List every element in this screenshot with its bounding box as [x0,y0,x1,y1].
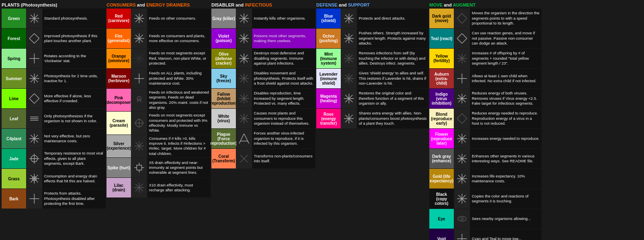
desc-green: Standard photosynthesis. [42,9,106,28]
plants-header: PLANTS (Photosynthesis) [2,2,106,8]
desc-blond: Reduces energy needed to reproduce. Repr… [470,109,542,128]
desc-mint: Removes infections from self (by touchin… [357,49,429,68]
icon-violet [236,29,252,48]
desc-bark: Protects from attacks. Photosynthesis di… [42,189,106,209]
desc-rose: Shares extra energy with allies. Non-pla… [357,109,429,128]
table-row: Olive (defense cracker) Destroys most de… [211,49,315,68]
color-green: Green [2,9,26,28]
desc-black: Copies the color and reactions of segmen… [470,189,542,209]
desc-dark-gold: Moves the organism in the direction the … [470,9,542,28]
desc-void: Cyan and Teal to move tow... [470,229,542,240]
color-pink: Pink (decomposer) [107,89,131,111]
table-row: Lilac (drain) X10 drain effectivity, mus… [107,178,211,197]
icon-white [236,109,252,128]
color-red: Red (carnivore) [107,9,131,28]
table-row: Spring Rotates according to the 'clockwi… [2,49,106,68]
table-row: Gold (life expectancy) Increases life ex… [429,169,542,188]
desc-olive: Destroys most defensive and disabling se… [252,49,315,68]
desc-spring: Rotates according to the 'clockwise' sta… [42,49,106,68]
icon-dark-gold [454,9,470,28]
desc-teal: Can use reaction genes, and move if not … [470,29,542,48]
table-row: Plague (Force reproduction) Forces anoth… [211,129,315,148]
icon-magenta [341,89,357,108]
svg-line-7 [29,34,34,38]
svg-line-15 [34,99,39,103]
table-row: Black (copy colors) Copies the color and… [429,189,542,209]
desc-grass: Consumption and energy drain effects tha… [42,169,106,188]
color-bark: Bark [2,189,26,209]
desc-blue: Protects and direct attacks. [357,9,429,28]
svg-line-139 [462,114,467,119]
icon-auburn [454,69,470,88]
color-violet: Violet (poison) [211,29,236,48]
color-spring: Spring [2,49,26,68]
svg-line-126 [462,38,467,43]
color-flower: Flower (reproduce later) [429,129,454,148]
desc-plague: Forces another virus-infected organism t… [252,129,315,148]
icon-c4plant [27,129,42,148]
color-cream: Cream (parasite) [107,112,131,134]
svg-line-16 [29,99,34,103]
table-row: Dark gold (move) Moves the organism in t… [429,9,542,28]
color-dark-gold: Dark gold (move) [429,9,454,28]
icon-dark-gray [454,149,470,168]
desc-eye: Sees nearby organisms allowing... [470,209,542,229]
icon-green [27,9,42,28]
desc-magenta: Restores the original color and therefor… [357,89,429,108]
icon-void [454,229,470,240]
color-void: Void [429,229,454,240]
svg-point-159 [458,216,466,221]
table-row: Fallow (Inhibit reproduction) Disables r… [211,89,315,108]
color-eye: Eye [429,209,454,229]
icon-red [131,9,147,28]
icon-blue [341,9,357,28]
color-plague: Plague (Force reproduction) [211,129,236,148]
icon-lavender [341,69,357,88]
table-row: C4plant Not very effective, but zero mai… [2,129,106,148]
desc-coral: Transforms non-plants/consumers into its… [252,149,315,168]
icon-yellow [454,49,470,68]
desc-c4plant: Not very effective, but zero maintenance… [42,129,106,148]
desc-gray: Instantly kills other organisms. [252,9,315,28]
color-blue: Blue (shield) [316,9,341,28]
desc-dark-gray: Enhances other segments in various inter… [470,149,542,168]
table-row: Orange (omnivore) Feeds on most segments… [107,49,211,68]
table-row: Lavender (immune shield) Gives 'shield e… [316,69,429,88]
svg-line-5 [34,38,39,43]
color-lavender: Lavender (immune shield) [316,69,341,88]
table-row: Rose (energy transfer) Shares extra ener… [316,109,429,128]
color-magenta: Magenta (healing) [316,89,341,108]
icon-forest [27,29,42,48]
table-row: Pink (decomposer) Feeds on infectious an… [107,89,211,111]
icon-leaf [27,109,42,128]
table-row: Spike (hurt) X5 drain effectivity and ne… [107,158,211,177]
table-row: Yellow (fertility) Increases # of offspr… [429,49,542,68]
desc-orange: Feeds on most segments except Red, Maroo… [147,49,211,68]
defense-section: DEFENSE and SUPPORT Blue (shield) Protec… [316,2,429,240]
move-section: MOVE and AUGMENT Dark gold (move) Moves … [429,2,542,240]
icon-fire [131,29,147,48]
icon-flower [454,129,470,148]
svg-line-124 [457,13,462,18]
table-row: Gray (killer) Instantly kills other orga… [211,9,315,28]
desc-summer: Photosynthesis for 2 time units, inactiv… [42,69,106,88]
table-row: Sky (freeze) Disables movement and photo… [211,69,315,88]
desc-violet: Poisons most other segments, making them… [252,29,315,48]
svg-line-17 [29,94,34,99]
color-rose: Rose (energy transfer) [316,109,341,128]
desc-lime: More effective if alone, less effective … [42,89,106,108]
color-orange: Orange (omnivore) [107,49,131,68]
table-row: Cream (parasite) Feeds on most segments … [107,112,211,134]
svg-line-14 [34,94,39,99]
icon-maroon [131,69,147,88]
table-row: Auburn (extra-child) Allows at least 1 o… [429,69,542,88]
svg-line-127 [457,38,462,43]
desc-sky: Disables movement and photosynthesis. Pr… [252,69,315,88]
icon-lilac [131,178,147,197]
svg-line-122 [462,18,467,23]
table-row: Lime More effective if alone, less effec… [2,89,106,108]
color-mint: Mint (Immune system) [316,49,341,68]
desc-spike: X5 drain effectivity and near-immunity a… [147,158,211,177]
color-white: White (virus) [211,109,236,128]
icon-bark [27,189,42,209]
